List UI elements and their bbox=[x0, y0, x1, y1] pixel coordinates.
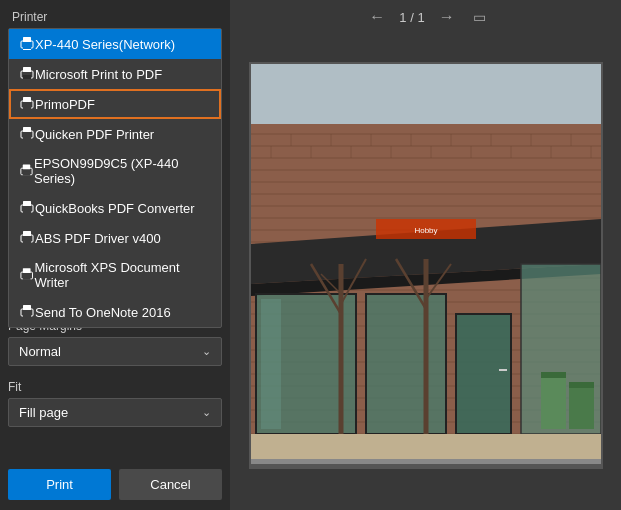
printer-name-onenote: Send To OneNote 2016 bbox=[35, 305, 171, 320]
svg-rect-18 bbox=[23, 209, 31, 213]
preview-nav: ← 1 / 1 → ▭ bbox=[365, 0, 485, 32]
chevron-down-icon-3: ⌄ bbox=[202, 406, 211, 419]
printer-item-xps[interactable]: Microsoft XPS Document Writer bbox=[9, 253, 221, 297]
printer-item-xp440[interactable]: XP-440 Series(Network) bbox=[9, 29, 221, 59]
svg-rect-79 bbox=[261, 299, 281, 429]
svg-rect-9 bbox=[23, 105, 31, 109]
svg-rect-21 bbox=[23, 239, 31, 243]
page-indicator: 1 / 1 bbox=[399, 10, 424, 25]
printer-item-onenote[interactable]: Send To OneNote 2016 bbox=[9, 297, 221, 327]
printer-item-epson[interactable]: EPSON99D9C5 (XP-440 Series) bbox=[9, 149, 221, 193]
printer-name-xps: Microsoft XPS Document Writer bbox=[34, 260, 211, 290]
svg-text:Hobby: Hobby bbox=[414, 226, 437, 235]
print-button[interactable]: Print bbox=[8, 469, 111, 500]
svg-rect-27 bbox=[23, 313, 31, 317]
fit-label: Fit bbox=[8, 380, 222, 394]
svg-rect-26 bbox=[23, 305, 31, 310]
svg-rect-1 bbox=[23, 37, 31, 42]
printer-name-xp440: XP-440 Series(Network) bbox=[35, 37, 175, 52]
svg-rect-11 bbox=[23, 127, 31, 132]
svg-rect-6 bbox=[23, 75, 31, 79]
fit-select[interactable]: Fill page ⌄ bbox=[8, 398, 222, 427]
preview-image-container: Hobby bbox=[230, 32, 621, 510]
svg-rect-95 bbox=[541, 374, 566, 429]
bottom-buttons: Print Cancel bbox=[0, 459, 230, 510]
printer-icon-6 bbox=[19, 200, 35, 216]
svg-rect-14 bbox=[23, 164, 30, 169]
svg-rect-17 bbox=[23, 201, 31, 206]
svg-rect-24 bbox=[23, 276, 31, 280]
right-panel: ← 1 / 1 → ▭ bbox=[230, 0, 621, 510]
printer-section-label: Printer bbox=[0, 0, 230, 28]
prev-arrow-icon[interactable]: ← bbox=[365, 8, 389, 26]
printer-icon-8 bbox=[19, 267, 34, 283]
printer-icon-9 bbox=[19, 304, 35, 320]
printer-icon-3 bbox=[19, 96, 35, 112]
printer-icon-2 bbox=[19, 66, 35, 82]
printer-dropdown[interactable]: XP-440 Series(Network) Microsoft Print t… bbox=[8, 28, 222, 328]
fit-group: Fit Fill page ⌄ bbox=[8, 380, 222, 427]
printer-name-primopdf: PrimoPDF bbox=[35, 97, 95, 112]
svg-rect-101 bbox=[251, 459, 601, 464]
printer-item-primopdf[interactable]: PrimoPDF bbox=[9, 89, 221, 119]
printer-name-ms-pdf: Microsoft Print to PDF bbox=[35, 67, 162, 82]
store-photo-svg: Hobby bbox=[251, 64, 601, 464]
printer-item-quicken[interactable]: Quicken PDF Printer bbox=[9, 119, 221, 149]
expand-icon[interactable]: ▭ bbox=[473, 9, 486, 25]
printer-name-quicken: Quicken PDF Printer bbox=[35, 127, 154, 142]
svg-rect-80 bbox=[366, 294, 446, 434]
main-container: Printer XP-440 Series(Network) bbox=[0, 0, 621, 510]
svg-rect-96 bbox=[569, 384, 594, 429]
next-arrow-icon[interactable]: → bbox=[435, 8, 459, 26]
svg-rect-5 bbox=[23, 67, 31, 72]
printer-name-abs: ABS PDF Driver v400 bbox=[35, 231, 161, 246]
svg-rect-98 bbox=[569, 382, 594, 388]
printer-icon-4 bbox=[19, 126, 35, 142]
left-panel: Printer XP-440 Series(Network) bbox=[0, 0, 230, 510]
printer-icon-5 bbox=[19, 163, 34, 179]
printer-name-epson: EPSON99D9C5 (XP-440 Series) bbox=[34, 156, 211, 186]
printer-name-quickbooks: QuickBooks PDF Converter bbox=[35, 201, 195, 216]
svg-rect-97 bbox=[541, 372, 566, 378]
printer-item-quickbooks[interactable]: QuickBooks PDF Converter bbox=[9, 193, 221, 223]
chevron-down-icon-2: ⌄ bbox=[202, 345, 211, 358]
printer-item-abs[interactable]: ABS PDF Driver v400 bbox=[9, 223, 221, 253]
cancel-button[interactable]: Cancel bbox=[119, 469, 222, 500]
printer-icon bbox=[19, 36, 35, 52]
svg-rect-8 bbox=[23, 97, 31, 102]
printer-icon-7 bbox=[19, 230, 35, 246]
svg-rect-3 bbox=[23, 45, 31, 49]
svg-rect-12 bbox=[23, 135, 31, 139]
svg-rect-15 bbox=[23, 172, 30, 176]
preview-image: Hobby bbox=[249, 62, 603, 469]
printer-item-ms-pdf[interactable]: Microsoft Print to PDF bbox=[9, 59, 221, 89]
svg-rect-23 bbox=[23, 268, 31, 273]
svg-rect-84 bbox=[499, 369, 507, 371]
fit-value: Fill page bbox=[19, 405, 68, 420]
page-margins-value: Normal bbox=[19, 344, 61, 359]
svg-rect-20 bbox=[23, 231, 31, 236]
svg-rect-82 bbox=[456, 314, 511, 434]
page-margins-select[interactable]: Normal ⌄ bbox=[8, 337, 222, 366]
